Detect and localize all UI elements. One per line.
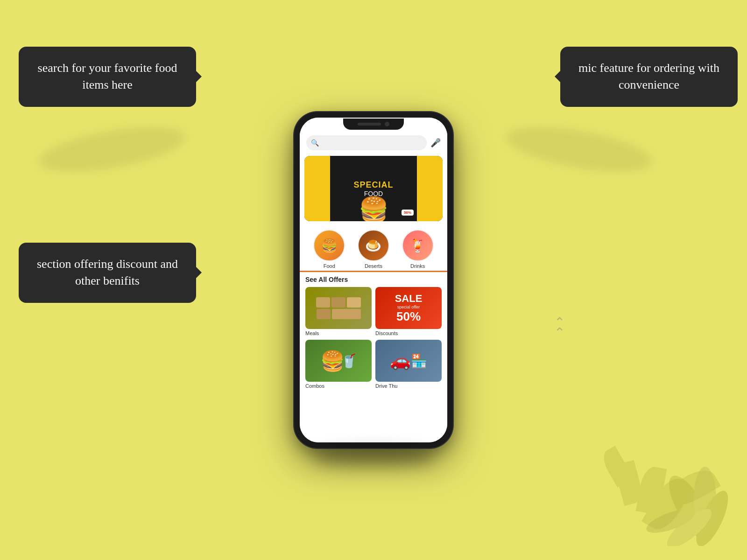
drivethru-image: 🚗 🏪: [375, 340, 442, 382]
banner-yellow-left: [304, 156, 330, 221]
leaf-svg-group: [598, 415, 728, 546]
search-bar: 🔍 🎤: [300, 131, 447, 153]
drinks-label: Drinks: [410, 263, 425, 269]
category-drinks[interactable]: 🍹 Drinks: [402, 230, 434, 269]
food-banner: SPECIAL FOOD 🍔 50%: [304, 156, 443, 221]
banner-yellow-right: [417, 156, 443, 221]
mic-icon[interactable]: 🎤: [430, 138, 441, 148]
discount-badge: 50%: [402, 210, 414, 216]
discount-tooltip: section offering discount and other beni…: [19, 243, 196, 303]
food-image: 🍔: [314, 231, 344, 260]
drivethru-label: Drive Thu: [375, 383, 442, 389]
desert-label: Deserts: [365, 263, 382, 269]
meals-label: Meals: [305, 330, 372, 336]
desert-image: 🍮: [359, 231, 388, 260]
burger-image: 🍔: [359, 198, 389, 221]
phone-mockup: 🔍 🎤 SPECIAL FOOD 🍔: [294, 112, 453, 448]
discount-tooltip-text: section offering discount and other beni…: [37, 257, 178, 287]
notch-camera: [385, 122, 389, 126]
scroll-up-button[interactable]: ⌃ ⌃: [554, 317, 565, 338]
search-input-area[interactable]: 🔍: [306, 135, 427, 150]
sale-text: SALE: [395, 293, 423, 305]
offer-meals[interactable]: Meals: [305, 287, 372, 336]
phone-shadow: [313, 448, 434, 467]
mic-tooltip-text: mic feature for ordering with convenienc…: [578, 61, 719, 91]
combos-label: Combos: [305, 383, 372, 389]
category-food[interactable]: 🍔 Food: [313, 230, 345, 269]
sale-percent: 50%: [395, 309, 423, 324]
phone-screen: 🔍 🎤 SPECIAL FOOD 🍔: [300, 118, 447, 442]
offer-combos[interactable]: 🍔 🥤 Combos: [305, 340, 372, 389]
drinks-image: 🍹: [403, 231, 433, 260]
banner-special-text: SPECIAL: [353, 180, 393, 190]
screen-content: 🔍 🎤 SPECIAL FOOD 🍔: [300, 118, 447, 442]
combos-image: 🍔 🥤: [305, 340, 372, 382]
phone-outer: 🔍 🎤 SPECIAL FOOD 🍔: [294, 112, 453, 448]
food-label: Food: [324, 263, 335, 269]
mic-tooltip: mic feature for ordering with convenienc…: [560, 47, 738, 107]
search-tooltip: search for your favorite food items here: [19, 47, 196, 107]
chevron-up-icon-2: ⌃: [554, 328, 565, 338]
category-deserts[interactable]: 🍮 Deserts: [358, 230, 389, 269]
notch-speaker: [358, 123, 381, 126]
phone-notch: [343, 119, 404, 130]
search-icon: 🔍: [311, 139, 319, 147]
food-circle: 🍔: [313, 230, 345, 261]
discounts-label: Discounts: [375, 330, 442, 336]
offers-grid: Meals SALE special offer 50%: [305, 287, 442, 389]
offer-discounts[interactable]: SALE special offer 50% Discounts: [375, 287, 442, 336]
offers-section: See All Offers: [300, 271, 447, 391]
offer-drivethru[interactable]: 🚗 🏪 Drive Thu: [375, 340, 442, 389]
desert-circle: 🍮: [358, 230, 389, 261]
categories-row: 🍔 Food 🍮 Deserts 🍹 Dri: [300, 224, 447, 271]
drinks-circle: 🍹: [402, 230, 434, 261]
meals-image: [305, 287, 372, 329]
search-tooltip-text: search for your favorite food items here: [38, 61, 177, 91]
banner-text: SPECIAL FOOD: [353, 180, 393, 197]
discounts-image: SALE special offer 50%: [375, 287, 442, 329]
offers-title: See All Offers: [305, 276, 442, 283]
